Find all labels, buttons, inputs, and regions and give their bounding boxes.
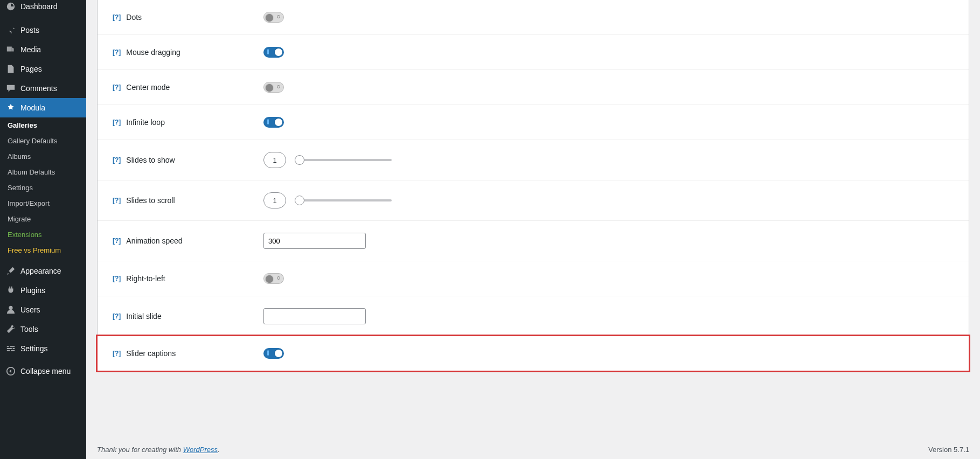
label-mouse-dragging: Mouse dragging [126, 48, 180, 57]
sidebar-label: Tools [20, 325, 38, 333]
sidebar-sub-gallery-defaults[interactable]: Gallery Defaults [0, 133, 86, 149]
label-animation-speed: Animation speed [126, 237, 182, 245]
content-area: [?] Dots [?] Mouse dragging [?] [86, 0, 980, 459]
settings-panel: [?] Dots [?] Mouse dragging [?] [97, 0, 969, 371]
sidebar-label: Pages [20, 65, 42, 73]
sidebar-sub-extensions[interactable]: Extensions [0, 227, 86, 242]
range-slides-to-show[interactable] [295, 159, 392, 161]
modula-icon [5, 102, 16, 113]
media-icon [5, 44, 16, 55]
label-rtl: Right-to-left [126, 274, 165, 283]
sidebar-label: Collapse menu [20, 367, 71, 375]
page-icon [5, 64, 16, 74]
sidebar-sub-galleries[interactable]: Galleries [0, 117, 86, 133]
admin-sidebar: Dashboard Posts Media Pages Comments Mod… [0, 0, 86, 459]
sidebar-sub-free-vs-premium[interactable]: Free vs Premium [0, 242, 86, 258]
sidebar-item-pages[interactable]: Pages [0, 59, 86, 79]
help-icon[interactable]: [?] [113, 312, 121, 320]
row-slides-to-show: [?] Slides to show [98, 140, 969, 180]
comment-icon [5, 83, 16, 94]
sidebar-sub-albums[interactable]: Albums [0, 149, 86, 164]
help-icon[interactable]: [?] [113, 156, 121, 164]
sidebar-item-plugins[interactable]: Plugins [0, 281, 86, 300]
sidebar-sub-settings[interactable]: Settings [0, 180, 86, 196]
sidebar-label: Plugins [20, 286, 45, 295]
collapse-icon [5, 366, 16, 377]
input-initial-slide[interactable] [263, 308, 366, 324]
row-center-mode: [?] Center mode [98, 69, 969, 105]
toggle-mouse-dragging[interactable] [263, 47, 284, 58]
label-dots: Dots [126, 13, 142, 22]
row-rtl: [?] Right-to-left [98, 261, 969, 296]
toggle-rtl[interactable] [263, 273, 284, 284]
sidebar-item-settings[interactable]: Settings [0, 339, 86, 358]
sidebar-item-dashboard[interactable]: Dashboard [0, 0, 86, 17]
row-infinite-loop: [?] Infinite loop [98, 105, 969, 140]
dashboard-icon [5, 1, 16, 12]
row-initial-slide: [?] Initial slide [98, 296, 969, 336]
sidebar-item-posts[interactable]: Posts [0, 20, 86, 40]
sidebar-label: Comments [20, 84, 57, 93]
input-animation-speed[interactable] [263, 233, 366, 249]
pin-icon [5, 25, 16, 36]
sidebar-label: Dashboard [20, 2, 58, 11]
sidebar-label: Users [20, 305, 40, 314]
row-mouse-dragging: [?] Mouse dragging [98, 34, 969, 69]
user-icon [5, 304, 16, 315]
svg-point-0 [9, 306, 12, 310]
help-icon[interactable]: [?] [113, 119, 121, 126]
label-center-mode: Center mode [126, 83, 170, 92]
row-slides-to-scroll: [?] Slides to scroll [98, 180, 969, 220]
sidebar-submenu-modula: Galleries Gallery Defaults Albums Album … [0, 117, 86, 258]
sidebar-collapse[interactable]: Collapse menu [0, 361, 86, 381]
label-slider-captions: Slider captions [126, 349, 176, 358]
label-slides-to-show: Slides to show [126, 156, 175, 164]
sidebar-sub-import-export[interactable]: Import/Export [0, 196, 86, 211]
input-slides-to-show[interactable] [263, 152, 286, 168]
footer-period: . [218, 446, 220, 454]
sliders-icon [5, 343, 16, 354]
label-initial-slide: Initial slide [126, 312, 161, 321]
sidebar-label: Settings [20, 344, 48, 353]
help-icon[interactable]: [?] [113, 275, 121, 282]
sidebar-label: Appearance [20, 267, 61, 275]
footer-wordpress-link[interactable]: WordPress [183, 446, 218, 454]
sidebar-item-users[interactable]: Users [0, 300, 86, 319]
row-slider-captions: [?] Slider captions [96, 335, 970, 372]
sidebar-item-appearance[interactable]: Appearance [0, 261, 86, 281]
admin-footer: Thank you for creating with WordPress. V… [97, 436, 969, 459]
sidebar-sub-migrate[interactable]: Migrate [0, 211, 86, 227]
plug-icon [5, 285, 16, 296]
sidebar-item-tools[interactable]: Tools [0, 319, 86, 339]
help-icon[interactable]: [?] [113, 350, 121, 357]
help-icon[interactable]: [?] [113, 84, 121, 91]
sidebar-label: Posts [20, 26, 39, 34]
toggle-center-mode[interactable] [263, 82, 284, 93]
sidebar-label: Modula [20, 103, 45, 112]
input-slides-to-scroll[interactable] [263, 192, 286, 208]
label-slides-to-scroll: Slides to scroll [126, 196, 175, 205]
brush-icon [5, 266, 16, 276]
sidebar-item-media[interactable]: Media [0, 40, 86, 59]
sidebar-sub-album-defaults[interactable]: Album Defaults [0, 164, 86, 180]
sidebar-item-comments[interactable]: Comments [0, 79, 86, 98]
help-icon[interactable]: [?] [113, 197, 121, 204]
sidebar-item-modula[interactable]: Modula [0, 98, 86, 117]
row-animation-speed: [?] Animation speed [98, 220, 969, 261]
help-icon[interactable]: [?] [113, 48, 121, 56]
sidebar-label: Media [20, 45, 41, 54]
row-dots: [?] Dots [98, 0, 969, 34]
help-icon[interactable]: [?] [113, 237, 121, 245]
footer-thanks: Thank you for creating with [97, 446, 183, 454]
wrench-icon [5, 324, 16, 335]
toggle-infinite-loop[interactable] [263, 117, 284, 128]
toggle-dots[interactable] [263, 12, 284, 23]
toggle-slider-captions[interactable] [263, 348, 284, 359]
range-slides-to-scroll[interactable] [295, 199, 392, 201]
help-icon[interactable]: [?] [113, 13, 121, 21]
footer-version: Version 5.7.1 [928, 446, 969, 454]
label-infinite-loop: Infinite loop [126, 118, 165, 127]
